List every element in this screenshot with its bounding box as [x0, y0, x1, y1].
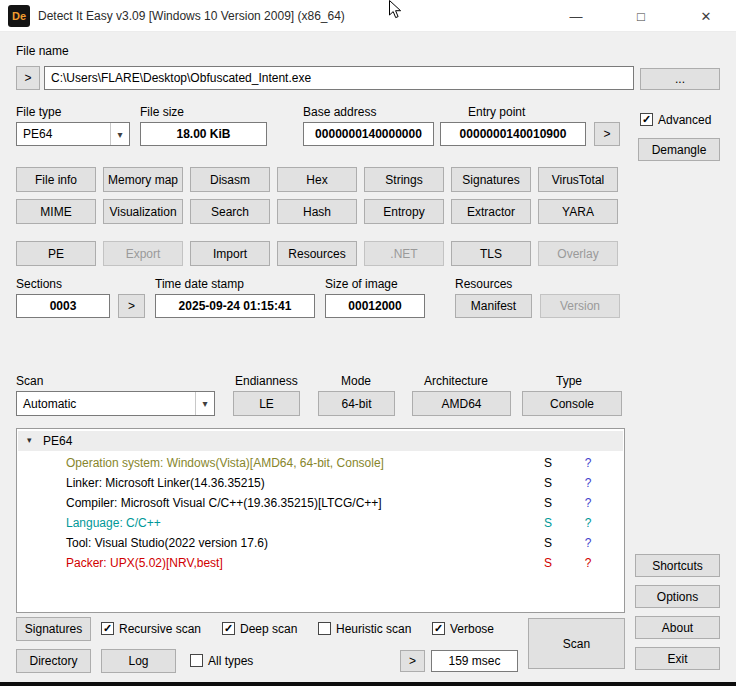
log-button[interactable]: Log	[101, 649, 176, 673]
type-button[interactable]: Console	[522, 391, 622, 416]
result-info-link[interactable]: ?	[577, 456, 599, 470]
base-address-label: Base address	[303, 105, 376, 119]
result-info-link[interactable]: ?	[577, 516, 599, 530]
file-size-value[interactable]: 18.00 KiB	[140, 122, 267, 146]
type-label: Type	[556, 374, 582, 388]
minimize-button[interactable]: —	[559, 0, 593, 32]
tool-button-search[interactable]: Search	[190, 199, 270, 224]
verbose-label[interactable]: Verbose	[450, 622, 494, 636]
result-text: Packer: UPX(5.02)[NRV,best]	[66, 556, 223, 570]
scan-button[interactable]: Scan	[528, 618, 625, 669]
sections-goto-button[interactable]: >	[118, 294, 145, 318]
entry-point-label: Entry point	[468, 105, 525, 119]
tool-button-hex[interactable]: Hex	[277, 167, 357, 192]
tool-button-hash[interactable]: Hash	[277, 199, 357, 224]
result-signature-link[interactable]: S	[537, 476, 559, 490]
heuristic-scan-checkbox[interactable]	[318, 622, 331, 635]
base-address-input[interactable]: 0000000140000000	[303, 122, 434, 146]
advanced-checkbox-label[interactable]: Advanced	[658, 113, 711, 127]
result-text: Operation system: Windows(Vista)[AMD64, …	[66, 456, 384, 470]
result-info-link[interactable]: ?	[577, 556, 599, 570]
import-button[interactable]: Import	[190, 241, 270, 266]
all-types-label[interactable]: All types	[208, 654, 253, 668]
result-row-tool[interactable]: Tool: Visual Studio(2022 version 17.6) S…	[18, 533, 623, 553]
recursive-scan-label[interactable]: Recursive scan	[119, 622, 201, 636]
result-text: Tool: Visual Studio(2022 version 17.6)	[66, 536, 268, 550]
dotnet-button: .NET	[364, 241, 444, 266]
open-file-button[interactable]: >	[16, 66, 40, 90]
result-signature-link[interactable]: S	[537, 516, 559, 530]
result-row-compiler[interactable]: Compiler: Microsoft Visual C/C++(19.36.3…	[18, 493, 623, 513]
tool-button-file-info[interactable]: File info	[16, 167, 96, 192]
pe-button[interactable]: PE	[16, 241, 96, 266]
mode-label: Mode	[341, 374, 371, 388]
tool-button-entropy[interactable]: Entropy	[364, 199, 444, 224]
verbose-checkbox[interactable]: ✓	[432, 622, 445, 635]
tool-button-mime[interactable]: MIME	[16, 199, 96, 224]
directory-button[interactable]: Directory	[16, 649, 91, 673]
titlebar[interactable]: De Detect It Easy v3.09 [Windows 10 Vers…	[0, 0, 736, 32]
deep-scan-checkbox[interactable]: ✓	[222, 622, 235, 635]
signatures-button[interactable]: Signatures	[16, 617, 91, 641]
check-icon: ✓	[224, 623, 233, 634]
tool-button-memory-map[interactable]: Memory map	[103, 167, 183, 192]
elapsed-goto-button[interactable]: >	[400, 650, 425, 672]
tool-button-virustotal[interactable]: VirusTotal	[538, 167, 618, 192]
demangle-button[interactable]: Demangle	[638, 138, 720, 161]
result-signature-link[interactable]: S	[537, 496, 559, 510]
result-info-link[interactable]: ?	[577, 496, 599, 510]
chevron-down-icon: ▾	[110, 123, 129, 145]
chevron-down-icon: ▾	[195, 392, 214, 415]
tool-button-signatures[interactable]: Signatures	[451, 167, 531, 192]
resources-button[interactable]: Resources	[277, 241, 357, 266]
window-bottom-edge	[0, 682, 736, 686]
deep-scan-label[interactable]: Deep scan	[240, 622, 297, 636]
tool-button-extractor[interactable]: Extractor	[451, 199, 531, 224]
result-info-link[interactable]: ?	[577, 536, 599, 550]
result-row-language[interactable]: Language: C/C++ S ?	[18, 513, 623, 533]
heuristic-scan-label[interactable]: Heuristic scan	[336, 622, 411, 636]
tool-button-disasm[interactable]: Disasm	[190, 167, 270, 192]
mode-button[interactable]: 64-bit	[318, 391, 395, 416]
sections-label: Sections	[16, 277, 62, 291]
app-icon: De	[8, 5, 30, 27]
time-date-stamp-input[interactable]: 2025-09-24 01:15:41	[155, 294, 315, 318]
endianness-button[interactable]: LE	[233, 391, 300, 416]
check-icon: ✓	[642, 114, 651, 125]
file-type-select[interactable]: PE64 ▾	[16, 122, 130, 146]
architecture-label: Architecture	[424, 374, 488, 388]
all-types-checkbox[interactable]	[190, 654, 203, 667]
result-row-packer[interactable]: Packer: UPX(5.02)[NRV,best] S ?	[18, 553, 623, 573]
scan-method-select[interactable]: Automatic ▾	[16, 391, 215, 416]
recursive-scan-checkbox[interactable]: ✓	[101, 622, 114, 635]
browse-button[interactable]: ...	[640, 68, 720, 90]
advanced-checkbox[interactable]: ✓	[640, 113, 653, 126]
sections-count-input[interactable]: 0003	[16, 294, 110, 318]
manifest-button[interactable]: Manifest	[455, 294, 532, 318]
result-text: Language: C/C++	[66, 516, 161, 530]
result-signature-link[interactable]: S	[537, 536, 559, 550]
close-button[interactable]: ✕	[689, 0, 723, 32]
collapse-triangle-icon[interactable]: ▾	[27, 435, 32, 445]
options-button[interactable]: Options	[635, 585, 720, 608]
shortcuts-button[interactable]: Shortcuts	[635, 554, 720, 577]
entry-point-input[interactable]: 0000000140010900	[440, 122, 586, 146]
tool-button-yara[interactable]: YARA	[538, 199, 618, 224]
entry-point-goto-button[interactable]: >	[594, 122, 620, 146]
architecture-button[interactable]: AMD64	[412, 391, 511, 416]
tls-button[interactable]: TLS	[451, 241, 531, 266]
result-signature-link[interactable]: S	[537, 456, 559, 470]
result-info-link[interactable]: ?	[577, 476, 599, 490]
file-path-input[interactable]: C:\Users\FLARE\Desktop\Obfuscated_Intent…	[44, 66, 634, 90]
maximize-button[interactable]: □	[624, 0, 658, 32]
about-button[interactable]: About	[635, 616, 720, 639]
tool-button-visualization[interactable]: Visualization	[103, 199, 183, 224]
tool-button-strings[interactable]: Strings	[364, 167, 444, 192]
tree-root-row[interactable]: ▾ PE64	[18, 431, 623, 451]
result-row-operation-system[interactable]: Operation system: Windows(Vista)[AMD64, …	[18, 453, 623, 473]
result-row-linker[interactable]: Linker: Microsoft Linker(14.36.35215) S …	[18, 473, 623, 493]
exit-button[interactable]: Exit	[635, 647, 720, 670]
result-text: Compiler: Microsoft Visual C/C++(19.36.3…	[66, 496, 382, 510]
size-of-image-input[interactable]: 00012000	[325, 294, 425, 318]
result-signature-link[interactable]: S	[537, 556, 559, 570]
